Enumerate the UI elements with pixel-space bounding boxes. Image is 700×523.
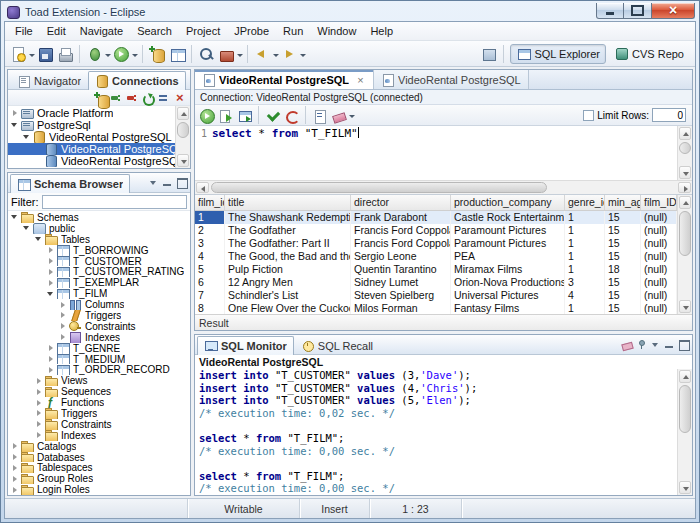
debug-icon[interactable] — [85, 45, 103, 63]
tree-item-constraints[interactable]: Constraints — [8, 419, 190, 430]
tree-item-t-genre[interactable]: T_GENRE — [8, 343, 190, 354]
expander-collapsed-icon[interactable] — [10, 463, 20, 473]
table-cell[interactable]: One Flew Over the Cuckoo's Nest — [225, 302, 351, 314]
expander-collapsed-icon[interactable] — [34, 387, 44, 397]
table-cell[interactable]: Francis Ford Coppola — [351, 224, 451, 237]
run-icon[interactable] — [112, 45, 130, 63]
scrollbar-thumb[interactable] — [679, 211, 691, 256]
tab-sql-monitor[interactable]: SQL Monitor — [197, 336, 294, 355]
tree-item-tables[interactable]: Tables — [8, 234, 190, 245]
tree-item-t-film[interactable]: T_FILM — [8, 288, 190, 299]
maximize-button[interactable] — [175, 176, 188, 189]
menu-edit[interactable]: Edit — [40, 23, 73, 39]
perspective-sql-explorer[interactable]: SQL Explorer — [510, 44, 606, 64]
scroll-up-icon[interactable] — [679, 127, 691, 140]
table-cell[interactable]: Castle Rock Entertainment — [451, 211, 565, 224]
table-cell[interactable]: 1 — [195, 211, 225, 224]
table-cell[interactable]: Pulp Fiction — [225, 263, 351, 276]
table-cell[interactable]: 6 — [195, 276, 225, 289]
forward-icon[interactable] — [280, 45, 298, 63]
scroll-right-icon[interactable] — [678, 182, 691, 193]
expander-collapsed-icon[interactable] — [10, 474, 20, 484]
menu-navigate[interactable]: Navigate — [73, 23, 130, 39]
expander-collapsed-icon[interactable] — [34, 408, 44, 418]
search-icon[interactable] — [197, 45, 215, 63]
expander-collapsed-icon[interactable] — [34, 419, 44, 429]
tree-item-t-medium[interactable]: T_MEDIUM — [8, 354, 190, 365]
tree-item-t-exemplar[interactable]: T_EXEMPLAR — [8, 277, 190, 288]
table-cell[interactable]: Milos Forman — [351, 302, 451, 314]
table-cell[interactable]: (null) — [641, 289, 677, 302]
tree-item-t-customer[interactable]: T_CUSTOMER — [8, 256, 190, 267]
table-cell[interactable]: 1 — [565, 263, 605, 276]
menu-jprobe[interactable]: JProbe — [227, 23, 276, 39]
table-cell[interactable]: Schindler's List — [225, 289, 351, 302]
table-cell[interactable]: 7 — [195, 289, 225, 302]
tree-item-functions[interactable]: Functions — [8, 397, 190, 408]
expander-expanded-icon[interactable] — [46, 289, 56, 299]
table-cell[interactable]: (null) — [641, 250, 677, 263]
expander-collapsed-icon[interactable] — [46, 354, 56, 364]
clear-icon[interactable] — [330, 107, 347, 124]
new-wizard-dropdown-icon[interactable] — [28, 46, 35, 62]
table-cell[interactable]: 1 — [565, 237, 605, 250]
tree-item-triggers[interactable]: Triggers — [8, 310, 190, 321]
view-menu-button[interactable] — [649, 338, 662, 351]
table-row[interactable]: 8One Flew Over the Cuckoo's NestMilos Fo… — [195, 302, 677, 314]
titlebar[interactable]: Toad Extension - Eclipse — [1, 1, 699, 21]
table-cell[interactable]: 15 — [605, 302, 641, 314]
tree-item-login-roles[interactable]: Login Roles — [8, 484, 190, 495]
expander-collapsed-icon[interactable] — [46, 365, 56, 375]
clear-dropdown-icon[interactable] — [348, 107, 355, 123]
table-cell[interactable]: (null) — [641, 263, 677, 276]
column-header-film-id[interactable]: film_id — [195, 195, 225, 210]
menu-search[interactable]: Search — [130, 23, 179, 39]
minimize-button[interactable] — [161, 176, 174, 189]
execute-script-icon[interactable] — [217, 107, 234, 124]
close-tab-icon[interactable]: × — [355, 74, 366, 86]
column-header-title[interactable]: title — [225, 195, 351, 210]
table-row[interactable]: 4The Good, the Bad and the UglySergio Le… — [195, 250, 677, 263]
scrollbar-track[interactable] — [177, 121, 189, 153]
table-cell[interactable]: 1 — [565, 211, 605, 224]
table-cell[interactable]: Francis Ford Coppola — [351, 237, 451, 250]
table-cell[interactable]: 18 — [605, 263, 641, 276]
table-cell[interactable]: Sidney Lumet — [351, 276, 451, 289]
tree-item-indexes[interactable]: Indexes — [8, 332, 190, 343]
table-cell[interactable]: 4 — [565, 289, 605, 302]
tree-item-indexes[interactable]: Indexes — [8, 430, 190, 441]
table-row[interactable]: 1The Shawshank RedemptionFrank DarabontC… — [195, 211, 677, 224]
monitor-vscrollbar[interactable] — [677, 369, 692, 495]
tree-item-t-order-record[interactable]: T_ORDER_RECORD — [8, 364, 190, 375]
sql-editor[interactable]: 1select * from "T_FILM" — [195, 126, 677, 180]
expander-collapsed-icon[interactable] — [10, 485, 20, 495]
scroll-up-icon[interactable] — [177, 107, 189, 120]
external-tools-dropdown-icon[interactable] — [236, 46, 243, 62]
new-connection-icon[interactable] — [93, 91, 107, 105]
connect-icon[interactable] — [109, 91, 123, 105]
menu-project[interactable]: Project — [179, 23, 227, 39]
table-cell[interactable]: 3 — [195, 237, 225, 250]
table-cell[interactable]: Paramount Pictures — [451, 237, 565, 250]
column-header-min-age[interactable]: min_age — [605, 195, 641, 210]
disconnect-icon[interactable] — [125, 91, 139, 105]
scroll-up-icon[interactable] — [679, 196, 691, 209]
rollback-icon[interactable] — [283, 107, 300, 124]
save-icon[interactable] — [36, 45, 54, 63]
external-tools-icon[interactable] — [217, 45, 235, 63]
tree-item-databases[interactable]: Databases — [8, 452, 190, 463]
minimize-button[interactable] — [663, 338, 676, 351]
table-row[interactable]: 2The GodfatherFrancis Ford CoppolaParamo… — [195, 224, 677, 237]
table-row[interactable]: 5Pulp FictionQuentin TarantinoMiramax Fi… — [195, 263, 677, 276]
export-icon[interactable] — [236, 107, 253, 124]
table-cell[interactable]: (null) — [641, 211, 677, 224]
table-cell[interactable]: Steven Spielberg — [351, 289, 451, 302]
table-cell[interactable]: 4 — [195, 250, 225, 263]
table-cell[interactable]: The Good, the Bad and the Ugly — [225, 250, 351, 263]
tree-item-views[interactable]: Views — [8, 375, 190, 386]
filter-input[interactable] — [42, 195, 188, 209]
scroll-down-icon[interactable] — [177, 154, 189, 167]
editor-vscrollbar[interactable] — [677, 126, 692, 180]
table-cell[interactable]: 8 — [195, 302, 225, 314]
editor-tab-videorental-postgresql[interactable]: VideoRental PostgreSQL — [374, 70, 529, 89]
